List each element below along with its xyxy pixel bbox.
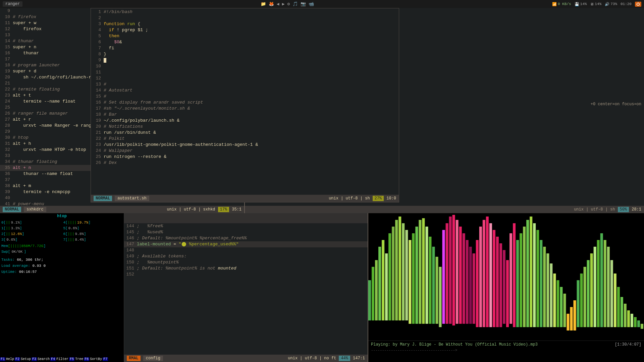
disk-icon: 💾: [575, 2, 579, 6]
svg-rect-40: [503, 250, 505, 324]
svg-rect-55: [553, 274, 556, 327]
svg-rect-46: [523, 227, 526, 327]
htop-f2[interactable]: F2Setup: [15, 356, 32, 362]
svg-rect-45: [520, 233, 522, 327]
svg-rect-22: [442, 230, 445, 324]
code-line: 149; Available tokens:: [124, 253, 368, 259]
svg-rect-61: [573, 300, 576, 330]
mid-editor-code: 144; %free% 145; %used% 146; Default: %m…: [124, 223, 368, 362]
svg-rect-73: [614, 274, 616, 327]
htop-f3[interactable]: F3Search: [32, 356, 50, 362]
svg-rect-68: [597, 240, 600, 327]
svg-rect-23: [446, 223, 448, 324]
code-line: 19~/.config/polybar/launch.sh &: [91, 118, 399, 124]
code-line: 148: [124, 247, 368, 253]
music-icon[interactable]: 🎵: [292, 1, 298, 7]
htop-f1[interactable]: F1Help: [0, 356, 15, 362]
vis-playing-row: Playing: by Mary J. Blige - Be Without Y…: [371, 342, 641, 347]
svg-rect-29: [466, 240, 469, 324]
code-line: 24# Wallpaper: [91, 148, 399, 154]
wifi-icon: 📶: [552, 2, 557, 6]
svg-rect-57: [560, 287, 562, 327]
htop-f7[interactable]: F7: [103, 356, 108, 362]
htop-f5[interactable]: F5Tree: [69, 356, 84, 362]
volume-status: 🔊 73%: [605, 2, 617, 6]
code-line: 145; %used%: [124, 229, 368, 235]
code-line: 17#sh "~/.screenlayout/monitor.sh &: [91, 106, 399, 112]
power-button[interactable]: ⏻: [635, 2, 641, 7]
right-position: 28:1: [632, 207, 641, 212]
svg-rect-12: [409, 240, 411, 324]
svg-rect-51: [540, 240, 542, 327]
htop-f4[interactable]: F4Filter: [50, 356, 69, 362]
code-line: 11: [91, 69, 399, 75]
htop-cpu-1: 1[||3.3%]: [1, 226, 61, 231]
htop-footer: F1Help F2Setup F3Search F4Filter F5Tree …: [0, 356, 124, 362]
svg-rect-0: [368, 280, 371, 320]
wifi-status: 📶 0 KB/s: [552, 2, 571, 6]
mid-filename: config: [143, 356, 163, 361]
svg-rect-41: [506, 260, 509, 327]
htop-content: 0[||9.1%] 4[||||19.7%] 1[||3.3%] 5[0.6%]…: [0, 219, 124, 276]
svg-rect-66: [590, 253, 593, 327]
svg-rect-37: [493, 230, 495, 327]
svg-rect-31: [473, 253, 475, 324]
volume-icon: 🔊: [605, 2, 609, 6]
svg-rect-71: [607, 247, 610, 327]
svg-rect-30: [469, 247, 472, 324]
svg-rect-53: [546, 253, 549, 327]
svg-rect-35: [486, 217, 489, 327]
code-line: 144; %free%: [124, 223, 368, 229]
svg-rect-74: [617, 287, 620, 327]
svg-rect-78: [631, 314, 633, 327]
cpu-icon: 🖥: [590, 2, 594, 6]
mid-editor-panel[interactable]: 144; %free% 145; %used% 146; Default: %m…: [124, 213, 368, 362]
htop-panel[interactable]: htop 0[||9.1%] 4[||||19.7%] 1[||3.3%] 5[…: [0, 213, 124, 362]
settings-icon[interactable]: ⚙: [287, 1, 290, 7]
right-percent: 50%: [618, 207, 629, 212]
svg-rect-15: [419, 220, 421, 324]
overlay-percent: 27%: [373, 196, 384, 201]
window-title[interactable]: ranger: [3, 1, 22, 7]
svg-rect-48: [530, 217, 532, 327]
svg-rect-21: [439, 267, 442, 327]
svg-rect-34: [483, 220, 485, 327]
prev-icon[interactable]: ◀: [277, 1, 279, 7]
svg-rect-28: [463, 233, 465, 324]
overlay-filename: autostart.sh: [115, 196, 149, 201]
mid-editor-statusbar: RMAL config unix | utf-8 | no ft 44% 147…: [124, 355, 368, 362]
svg-rect-26: [456, 220, 459, 324]
svg-rect-36: [489, 223, 492, 327]
svg-rect-4: [382, 240, 384, 320]
svg-rect-70: [604, 240, 606, 327]
svg-rect-11: [405, 230, 408, 320]
main-container: 9 10# firefox 11super + w 12 firefox 13 …: [0, 8, 644, 362]
editor-percent: 17%: [218, 207, 229, 212]
code-line: 16# Set display from arandr saved script: [91, 100, 399, 106]
svg-rect-32: [476, 240, 479, 327]
htop-cpu-2: 2[||12.6%]: [1, 231, 61, 237]
svg-rect-54: [550, 263, 552, 327]
topbar-right: 📶 0 KB/s 💾 14% 🖥 14% 🔊 73% 01:20 ⏻: [552, 2, 641, 7]
topbar: ranger 📁 🦊 ◀ ▶ ⚙ 🎵 📷 📹 📶 0 KB/s 💾 14% 🖥 …: [0, 0, 644, 8]
code-line: 12: [91, 75, 399, 81]
htop-cpu-5: 5[0.6%]: [63, 226, 123, 231]
mid-editor-tabs: [124, 213, 368, 223]
htop-cpu-4: 4[||||19.7%]: [63, 220, 123, 226]
svg-rect-72: [610, 260, 613, 327]
htop-f6[interactable]: F6SortBy: [84, 356, 103, 362]
code-line: 14# Autostart: [91, 87, 399, 94]
overlay-editor-panel[interactable]: 1#!/bin/bash 2 3function run { 4 if ! pg…: [91, 8, 399, 202]
right-editor-extra: +0 center=on focus=on: [591, 102, 641, 107]
vis-playing-text: Playing: by Mary J. Blige - Be Without Y…: [371, 342, 538, 347]
code-line: 10: [91, 63, 399, 69]
svg-rect-1: [372, 267, 374, 320]
svg-rect-50: [536, 230, 539, 327]
svg-rect-39: [499, 243, 502, 327]
next-icon[interactable]: ▶: [282, 1, 285, 7]
svg-rect-77: [627, 310, 630, 327]
cpu-status: 🖥 14%: [590, 2, 601, 6]
overlay-editor-code: 1#!/bin/bash 2 3function run { 4 if ! pg…: [91, 8, 399, 202]
svg-rect-81: [641, 324, 643, 329]
vis-progress: -------------------------------------->: [371, 348, 641, 352]
